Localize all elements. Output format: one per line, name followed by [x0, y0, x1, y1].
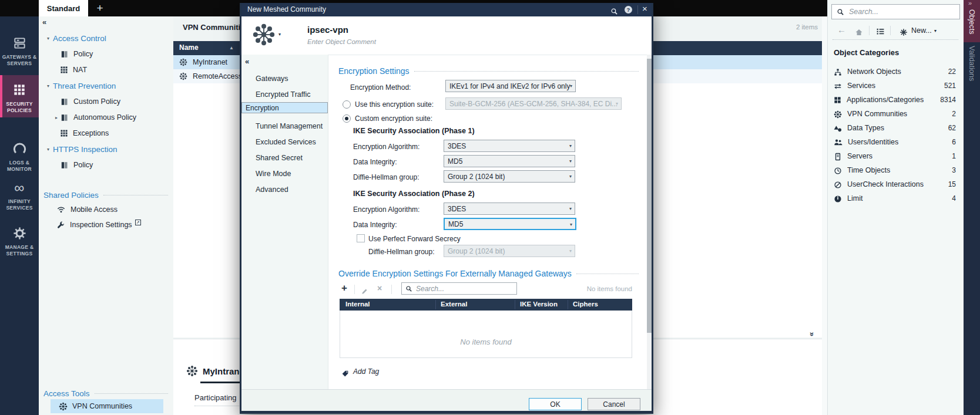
- nav-item-https-policy[interactable]: Policy: [60, 159, 93, 171]
- override-count-text: No items found: [535, 285, 632, 292]
- phase1-data-integrity-select[interactable]: MD5 ▾: [444, 155, 575, 167]
- phase1-encryption-algorithm-select[interactable]: 3DES ▾: [444, 140, 575, 152]
- category-usercheck[interactable]: UserCheck Interactions 15: [834, 178, 956, 190]
- override-empty-text: No items found: [340, 338, 632, 346]
- tab-gateways[interactable]: Gateways: [241, 70, 328, 86]
- tab-tunnel-management[interactable]: Tunnel Management: [241, 118, 328, 134]
- dotted-leader: [103, 195, 168, 195]
- tab-advanced[interactable]: Advanced: [241, 181, 328, 197]
- nav-item-autonomous-policy[interactable]: ▸ Autonomous Policy: [55, 112, 136, 123]
- custom-encryption-suite-radio[interactable]: [343, 114, 351, 123]
- column-name[interactable]: Name: [179, 43, 199, 52]
- category-applications[interactable]: Applications/Categories 8314: [834, 94, 956, 106]
- tab-encryption[interactable]: Encryption: [241, 102, 328, 113]
- override-heading: Override Encryption Settings For Externa…: [338, 269, 639, 278]
- use-encryption-suite-radio[interactable]: [343, 100, 351, 109]
- tab-encrypted-traffic[interactable]: Encrypted Traffic: [241, 86, 328, 102]
- nav-section-access-control[interactable]: ▾ Access Control: [47, 32, 106, 44]
- edit-pencil-icon[interactable]: [361, 286, 368, 296]
- category-data-types[interactable]: Data Types 62: [834, 122, 956, 134]
- home-icon[interactable]: [855, 26, 863, 37]
- tab-wire-mode[interactable]: Wire Mode: [241, 166, 328, 181]
- nav-item-exceptions[interactable]: Exceptions: [60, 127, 109, 139]
- back-arrow-icon[interactable]: ←: [837, 25, 846, 35]
- phase1-dh-group-select[interactable]: Group 2 (1024 bit) ▾: [444, 170, 575, 183]
- tab-objects[interactable]: » Objects: [964, 0, 980, 42]
- servers-icon: [0, 36, 39, 53]
- close-icon[interactable]: ×: [642, 4, 647, 14]
- new-object-star-icon[interactable]: [900, 26, 908, 37]
- cancel-button[interactable]: Cancel: [588, 398, 640, 410]
- sidebar-item-manage-settings[interactable]: MANAGE & SETTINGS: [0, 227, 39, 258]
- override-table-body: [340, 311, 632, 358]
- items-count: 2 items: [764, 23, 818, 31]
- chevrons-right-icon[interactable]: »: [968, 0, 972, 6]
- nav-item-custom-policy[interactable]: Custom Policy: [60, 96, 120, 107]
- dialog-scrollbar-thumb[interactable]: [647, 59, 652, 333]
- objects-search-input[interactable]: Search...: [831, 4, 960, 19]
- phase2-heading: IKE Security Association (Phase 2): [353, 190, 475, 198]
- custom-encryption-suite-label[interactable]: Custom encryption suite:: [355, 114, 432, 123]
- sidebar-item-logs-monitor[interactable]: LOGS & MONITOR: [0, 142, 39, 173]
- collapse-tabs-icon[interactable]: «: [245, 57, 249, 66]
- category-time-objects[interactable]: Time Objects 3: [834, 164, 956, 176]
- services-icon: [834, 80, 842, 91]
- category-servers[interactable]: Servers 1: [834, 150, 956, 162]
- category-services[interactable]: Services 521: [834, 80, 956, 92]
- nav-item-nat[interactable]: NAT: [60, 64, 87, 76]
- object-comment-field[interactable]: Enter Object Comment: [307, 38, 376, 45]
- category-limit[interactable]: Limit 4: [834, 193, 956, 204]
- sidebar-item-gateways-servers[interactable]: GATEWAYS & SERVERS: [0, 36, 39, 68]
- icon-picker-caret-icon[interactable]: ▾: [278, 32, 281, 37]
- tab-excluded-services[interactable]: Excluded Services: [241, 134, 328, 150]
- nav-item-policy[interactable]: Policy: [60, 48, 93, 60]
- search-icon[interactable]: [610, 6, 618, 16]
- chevron-down-icon: ▾: [569, 206, 572, 211]
- column-ike-version[interactable]: IKE Version: [520, 301, 558, 308]
- add-tag-button[interactable]: Add Tag: [353, 367, 379, 376]
- collapse-panel-icon[interactable]: «: [807, 332, 815, 336]
- dialog-titlebar[interactable]: New Meshed Community ? ×: [241, 3, 652, 16]
- category-vpn-communities[interactable]: VPN Communities 2: [834, 108, 956, 120]
- dotted-leader: [414, 71, 639, 72]
- category-network-objects[interactable]: Network Objects 22: [834, 66, 956, 77]
- phase2-encryption-algorithm-select[interactable]: 3DES ▾: [444, 203, 575, 215]
- sidebar-item-infinity-services[interactable]: ∞ INFINITY SERVICES: [0, 181, 39, 212]
- category-users-identities[interactable]: Users/Identities 6: [834, 136, 956, 148]
- object-name-field[interactable]: ipsec-vpn: [307, 25, 348, 35]
- phase2-data-integrity-select[interactable]: MD5 ▾: [444, 218, 576, 230]
- nav-section-access-tools: Access Tools: [43, 387, 168, 399]
- tab-validations[interactable]: Validations: [964, 42, 980, 415]
- object-mesh-icon[interactable]: [252, 23, 276, 46]
- delete-icon[interactable]: ×: [377, 284, 382, 293]
- chevron-down-icon[interactable]: ▾: [934, 28, 937, 33]
- tab-shared-secret[interactable]: Shared Secret: [241, 150, 328, 166]
- help-icon[interactable]: ?: [625, 6, 632, 14]
- encryption-method-select[interactable]: IKEv1 for IPv4 and IKEv2 for IPv6 only ▾: [445, 80, 576, 92]
- nav-item-vpn-communities[interactable]: VPN Communities: [59, 400, 132, 412]
- nav-section-https-inspection[interactable]: ▾ HTTPS Inspection: [47, 143, 118, 155]
- expander-icon[interactable]: ▸: [55, 115, 58, 120]
- add-gateway-button[interactable]: +: [341, 282, 347, 294]
- new-tab-button[interactable]: +: [89, 0, 110, 16]
- column-external[interactable]: External: [441, 301, 467, 308]
- nav-item-mobile-access[interactable]: Mobile Access: [56, 204, 118, 215]
- nav-item-inspection-settings[interactable]: Inspection Settings ↗: [56, 219, 141, 231]
- pfs-label[interactable]: Use Perfect Forward Secrecy: [368, 235, 461, 243]
- ok-button[interactable]: OK: [529, 398, 582, 410]
- override-table-header: Internal External IKE Version Ciphers: [340, 299, 632, 311]
- collapse-nav-icon[interactable]: «: [42, 18, 46, 26]
- column-ciphers[interactable]: Ciphers: [573, 301, 598, 308]
- participating-gateways-label: Participating: [194, 393, 237, 402]
- new-object-button[interactable]: New...: [911, 26, 932, 35]
- nav-section-threat-prevention[interactable]: ▾ Threat Prevention: [47, 80, 116, 92]
- use-encryption-suite-label[interactable]: Use this encryption suite:: [355, 100, 434, 109]
- list-view-icon[interactable]: [876, 26, 885, 36]
- dialog-title: New Meshed Community: [247, 5, 326, 14]
- override-search-input[interactable]: Search...: [401, 282, 517, 295]
- column-internal[interactable]: Internal: [345, 301, 370, 308]
- sidebar-item-security-policies[interactable]: SECURITY POLICIES: [0, 75, 39, 117]
- policy-book-icon: [60, 113, 69, 122]
- policy-tab-standard[interactable]: Standard: [39, 0, 88, 16]
- pfs-checkbox[interactable]: [357, 234, 365, 242]
